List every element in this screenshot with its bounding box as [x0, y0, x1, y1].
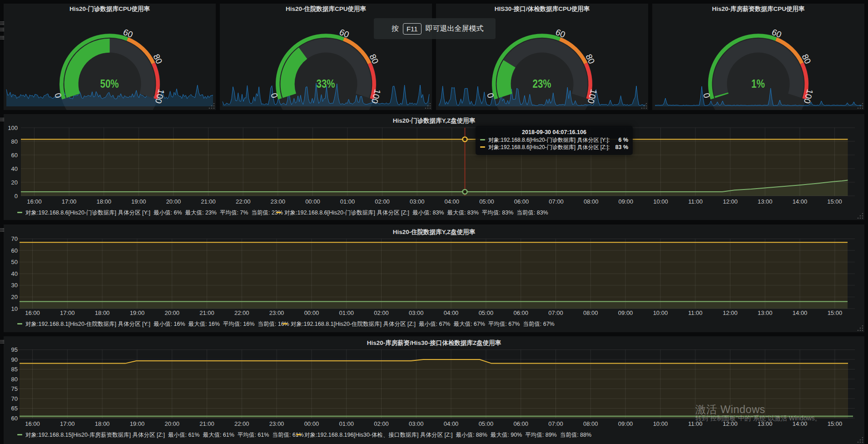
svg-text:60: 60 [11, 247, 18, 254]
svg-text:04:00: 04:00 [444, 420, 459, 427]
svg-text:07:00: 07:00 [548, 309, 563, 316]
svg-text:16:00: 16:00 [25, 420, 40, 427]
svg-text:05:00: 05:00 [479, 309, 494, 316]
svg-text:65: 65 [11, 405, 18, 412]
svg-text:05:00: 05:00 [479, 420, 494, 427]
svg-text:33%: 33% [317, 77, 335, 90]
svg-text:21:00: 21:00 [199, 420, 214, 427]
svg-text:17:00: 17:00 [60, 420, 75, 427]
svg-text:75: 75 [11, 385, 18, 392]
svg-text:04:00: 04:00 [445, 198, 460, 205]
svg-text:10: 10 [11, 305, 18, 312]
svg-text:00:00: 00:00 [305, 198, 320, 205]
svg-text:06:00: 06:00 [513, 309, 528, 316]
svg-text:07:00: 07:00 [548, 420, 563, 427]
svg-text:20: 20 [11, 294, 18, 300]
svg-text:01:00: 01:00 [339, 420, 354, 427]
svg-text:21:00: 21:00 [201, 198, 216, 205]
svg-text:18:00: 18:00 [95, 420, 110, 427]
svg-text:10:00: 10:00 [653, 420, 668, 427]
svg-text:00:00: 00:00 [304, 309, 319, 316]
svg-text:23:00: 23:00 [269, 420, 284, 427]
svg-text:19:00: 19:00 [130, 309, 145, 316]
svg-text:00:00: 00:00 [304, 420, 319, 427]
svg-text:23:00: 23:00 [269, 309, 284, 316]
svg-text:16:00: 16:00 [27, 198, 42, 205]
svg-text:03:00: 03:00 [410, 198, 425, 205]
svg-text:15:00: 15:00 [828, 309, 843, 316]
svg-text:20: 20 [11, 179, 18, 186]
svg-text:06:00: 06:00 [514, 198, 529, 205]
svg-text:04:00: 04:00 [444, 309, 459, 316]
svg-text:23:00: 23:00 [271, 198, 286, 205]
svg-text:15:00: 15:00 [827, 198, 842, 205]
svg-text:85: 85 [11, 366, 18, 373]
svg-text:50%: 50% [100, 77, 119, 90]
svg-text:70: 70 [11, 395, 18, 402]
svg-text:40: 40 [11, 270, 18, 277]
svg-text:90: 90 [11, 356, 18, 363]
svg-text:10:00: 10:00 [653, 198, 668, 205]
svg-text:02:00: 02:00 [374, 309, 389, 316]
svg-text:09:00: 09:00 [618, 309, 633, 316]
svg-text:16:00: 16:00 [25, 309, 40, 316]
svg-text:80: 80 [11, 376, 18, 383]
svg-text:01:00: 01:00 [340, 198, 355, 205]
svg-text:95: 95 [11, 346, 18, 353]
svg-text:08:00: 08:00 [583, 309, 598, 316]
svg-text:18:00: 18:00 [96, 198, 111, 205]
svg-text:60: 60 [11, 152, 18, 159]
svg-text:15:00: 15:00 [828, 420, 843, 427]
svg-text:40: 40 [11, 165, 18, 172]
svg-text:20:00: 20:00 [166, 198, 181, 205]
svg-text:12:00: 12:00 [723, 309, 738, 316]
svg-text:19:00: 19:00 [130, 420, 145, 427]
svg-text:22:00: 22:00 [236, 198, 251, 205]
svg-text:05:00: 05:00 [479, 198, 494, 205]
svg-text:09:00: 09:00 [618, 420, 633, 427]
svg-text:14:00: 14:00 [793, 198, 808, 205]
svg-text:14:00: 14:00 [793, 309, 808, 316]
svg-text:0: 0 [15, 193, 18, 200]
svg-text:10:00: 10:00 [653, 309, 668, 316]
svg-text:100: 100 [8, 125, 18, 131]
svg-text:13:00: 13:00 [758, 198, 773, 205]
svg-text:20:00: 20:00 [164, 420, 179, 427]
svg-text:80: 80 [11, 138, 18, 145]
svg-text:22:00: 22:00 [234, 420, 249, 427]
svg-text:23%: 23% [533, 77, 551, 90]
svg-text:08:00: 08:00 [583, 420, 598, 427]
svg-text:07:00: 07:00 [549, 198, 564, 205]
svg-text:02:00: 02:00 [374, 420, 389, 427]
svg-text:01:00: 01:00 [339, 309, 354, 316]
svg-text:20:00: 20:00 [164, 309, 179, 316]
svg-text:21:00: 21:00 [199, 309, 214, 316]
svg-text:17:00: 17:00 [60, 309, 75, 316]
svg-text:17:00: 17:00 [62, 198, 77, 205]
svg-text:03:00: 03:00 [409, 309, 424, 316]
svg-text:1%: 1% [751, 77, 765, 90]
svg-text:13:00: 13:00 [758, 309, 773, 316]
svg-text:03:00: 03:00 [409, 420, 424, 427]
svg-text:09:00: 09:00 [619, 198, 634, 205]
svg-text:11:00: 11:00 [688, 309, 703, 316]
svg-text:22:00: 22:00 [234, 309, 249, 316]
svg-text:12:00: 12:00 [723, 198, 738, 205]
svg-text:50: 50 [11, 259, 18, 265]
svg-text:18:00: 18:00 [95, 309, 110, 316]
svg-text:06:00: 06:00 [513, 420, 528, 427]
svg-text:30: 30 [11, 282, 18, 289]
svg-text:11:00: 11:00 [688, 198, 703, 205]
svg-text:02:00: 02:00 [375, 198, 390, 205]
svg-text:60: 60 [11, 415, 18, 422]
svg-text:08:00: 08:00 [584, 198, 599, 205]
svg-text:19:00: 19:00 [131, 198, 146, 205]
svg-text:70: 70 [11, 235, 18, 242]
